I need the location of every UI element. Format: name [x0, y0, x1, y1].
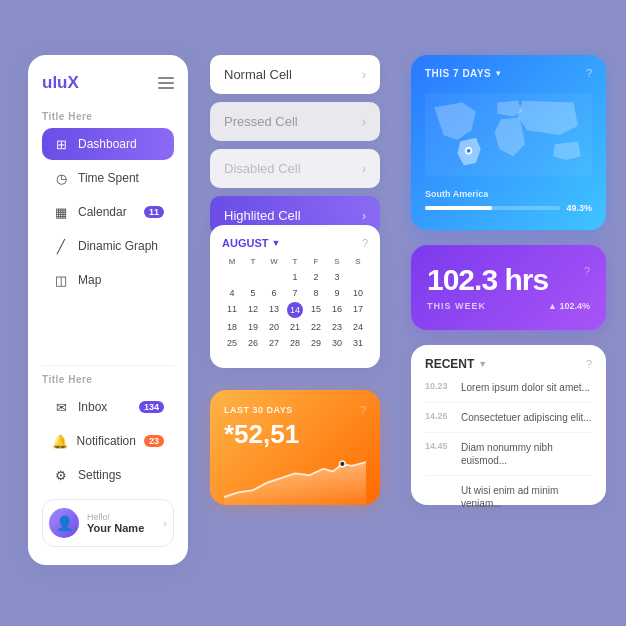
user-name: Your Name [87, 522, 155, 534]
days30-widget: LAST 30 DAYS ? *52,51 [210, 390, 380, 505]
hours-change: ▲ 102.4% [548, 301, 590, 311]
calendar-days-header: M T W T F S S [222, 257, 368, 266]
recent-text-4: Ut wisi enim ad minim veniam... [461, 484, 592, 510]
notification-badge: 23 [144, 435, 164, 447]
map-progress-bar-bg [425, 206, 560, 210]
days30-chart [224, 453, 366, 505]
sidebar-user-info: Hello! Your Name [87, 512, 155, 534]
sidebar-label-time-spent: Time Spent [78, 171, 139, 185]
cell-disabled-label: Disabled Cell [224, 161, 301, 176]
sidebar-label-inbox: Inbox [78, 400, 107, 414]
dashboard-icon: ⊞ [52, 135, 70, 153]
recent-dropdown-icon: ▼ [478, 359, 487, 369]
user-greeting: Hello! [87, 512, 155, 522]
sidebar-label-dashboard: Dashboard [78, 137, 137, 151]
cell-highlighted-chevron: › [362, 209, 366, 223]
map-region-label: South America [425, 189, 592, 199]
sidebar-user-profile[interactable]: 👤 Hello! Your Name › [42, 499, 174, 547]
map-percent: 49.3% [566, 203, 592, 213]
cell-highlighted-label: Highlited Cell [224, 208, 301, 223]
sidebar-section-title-1: Title Here [42, 111, 174, 122]
svg-point-3 [339, 461, 345, 467]
calendar-month[interactable]: AUGUST ▼ [222, 237, 280, 249]
cell-disabled-chevron: › [362, 162, 366, 176]
sidebar-label-notification: Notification [77, 434, 136, 448]
recent-item-4: -- Ut wisi enim ad minim veniam... [425, 484, 592, 518]
recent-title: RECENT ▼ [425, 357, 487, 371]
inbox-badge: 134 [139, 401, 164, 413]
cell-normal[interactable]: Normal Cell › [210, 55, 380, 94]
recent-item-3: 14.45 Diam nonummy nibh euismod... [425, 441, 592, 476]
hours-period-label: THIS WEEK [427, 301, 486, 311]
cell-disabled: Disabled Cell › [210, 149, 380, 188]
cell-pressed-chevron: › [362, 115, 366, 129]
map-widget: THIS 7 DAYS ▼ ? South America 49.3% [411, 55, 606, 230]
sidebar-divider [42, 365, 174, 366]
map-icon: ◫ [52, 271, 70, 289]
sidebar-item-time-spent[interactable]: ◷ Time Spent [42, 162, 174, 194]
chevron-right-icon: › [163, 517, 167, 529]
cell-normal-chevron: › [362, 68, 366, 82]
svg-point-2 [467, 149, 471, 153]
sidebar-item-settings[interactable]: ⚙ Settings [42, 459, 174, 491]
sidebar-label-dinamic-graph: Dinamic Graph [78, 239, 158, 253]
calendar-panel: AUGUST ▼ ? M T W T F S S 1 2 3 4 5 6 7 8… [210, 225, 380, 368]
graph-icon: ╱ [52, 237, 70, 255]
recent-text-1: Lorem ipsum dolor sit amet... [461, 381, 590, 394]
calendar-grid: 1 2 3 4 5 6 7 8 9 10 11 12 13 14 15 16 1… [222, 270, 368, 356]
calendar-badge: 11 [144, 206, 164, 218]
map-dropdown-icon: ▼ [494, 69, 502, 78]
recent-help-icon[interactable]: ? [586, 358, 592, 370]
hamburger-menu-icon[interactable] [158, 77, 174, 89]
sidebar-item-dashboard[interactable]: ⊞ Dashboard [42, 128, 174, 160]
sidebar-label-calendar: Calendar [78, 205, 127, 219]
hours-value: 102.3 hrs [427, 265, 548, 295]
map-help-icon[interactable]: ? [586, 67, 592, 79]
sidebar-panel: uluX Title Here ⊞ Dashboard ◷ Time Spent… [28, 55, 188, 565]
time-icon: ◷ [52, 169, 70, 187]
map-progress-bar [425, 206, 492, 210]
days30-value: *52,51 [224, 420, 366, 449]
sidebar-item-dinamic-graph[interactable]: ╱ Dinamic Graph [42, 230, 174, 262]
calendar-dropdown-icon: ▼ [271, 238, 280, 248]
sidebar-nav: ⊞ Dashboard ◷ Time Spent ▦ Calendar 11 ╱… [42, 128, 174, 355]
recent-time-2: 14.26 [425, 411, 453, 424]
calendar-today[interactable]: 14 [287, 302, 303, 318]
cell-pressed-label: Pressed Cell [224, 114, 298, 129]
calendar-icon: ▦ [52, 203, 70, 221]
map-period: THIS 7 DAYS ▼ [425, 68, 503, 79]
recent-time-4: -- [425, 484, 453, 510]
avatar: 👤 [49, 508, 79, 538]
days30-help-icon[interactable]: ? [360, 404, 366, 416]
cells-panel: Normal Cell › Pressed Cell › Disabled Ce… [210, 55, 380, 235]
sidebar-item-inbox[interactable]: ✉ Inbox 134 [42, 391, 174, 423]
sidebar-item-map[interactable]: ◫ Map [42, 264, 174, 296]
recent-item-2: 14.26 Consectetuer adipiscing elit... [425, 411, 592, 433]
recent-item-1: 10.23 Lorem ipsum dolor sit amet... [425, 381, 592, 403]
sidebar-label-settings: Settings [78, 468, 121, 482]
settings-icon: ⚙ [52, 466, 70, 484]
recent-time-1: 10.23 [425, 381, 453, 394]
cell-normal-label: Normal Cell [224, 67, 292, 82]
notification-icon: 🔔 [52, 432, 69, 450]
sidebar-item-notification[interactable]: 🔔 Notification 23 [42, 425, 174, 457]
sidebar-logo: uluX [42, 73, 79, 93]
sidebar-label-map: Map [78, 273, 101, 287]
recent-time-3: 14.45 [425, 441, 453, 467]
hours-widget: 102.3 hrs ? THIS WEEK ▲ 102.4% [411, 245, 606, 330]
recent-text-3: Diam nonummy nibh euismod... [461, 441, 592, 467]
world-map [425, 85, 592, 185]
sidebar-item-calendar[interactable]: ▦ Calendar 11 [42, 196, 174, 228]
recent-widget: RECENT ▼ ? 10.23 Lorem ipsum dolor sit a… [411, 345, 606, 505]
calendar-help-icon[interactable]: ? [362, 237, 368, 249]
sidebar-section-title-2: Title Here [42, 374, 174, 385]
hours-help-icon[interactable]: ? [584, 265, 590, 277]
recent-text-2: Consectetuer adipiscing elit... [461, 411, 592, 424]
cell-pressed[interactable]: Pressed Cell › [210, 102, 380, 141]
days30-period-label: LAST 30 DAYS [224, 405, 293, 415]
inbox-icon: ✉ [52, 398, 70, 416]
map-progress-row: 49.3% [425, 203, 592, 213]
